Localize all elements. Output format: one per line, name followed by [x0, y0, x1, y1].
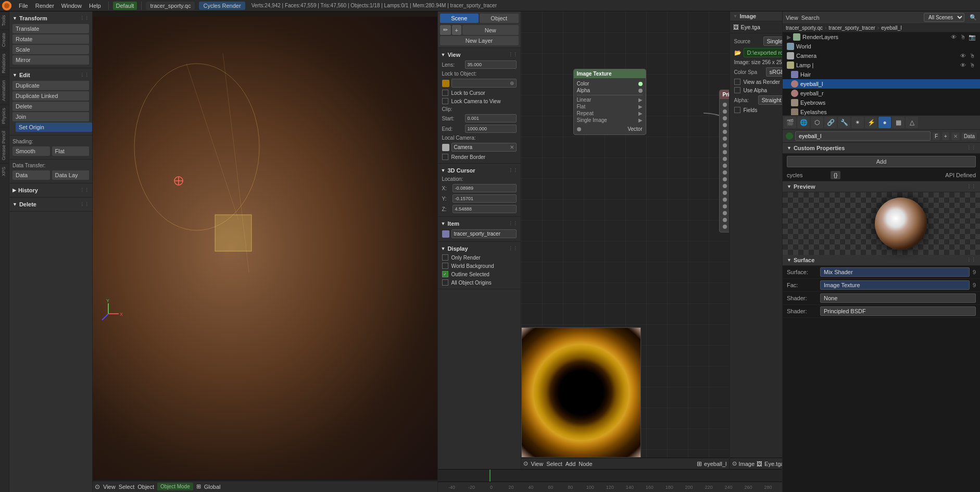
surface-header[interactable]: ▼ Surface ⋮⋮ — [783, 255, 980, 266]
tab-relations[interactable]: Relations — [0, 50, 9, 77]
outliner-item-eyebrows[interactable]: Eyebrows — [783, 98, 980, 107]
data-btn[interactable]: Data — [12, 170, 50, 180]
node-view-menu[interactable]: View — [531, 461, 544, 467]
view-label[interactable]: View — [786, 15, 798, 21]
lock-cursor-row[interactable]: Lock to Cursor — [438, 89, 521, 97]
duplicate-btn[interactable]: Duplicate — [12, 81, 89, 90]
lock-camera-checkbox[interactable] — [442, 98, 448, 104]
shader1-dropdown[interactable]: None — [820, 293, 976, 303]
path-field[interactable]: D:\exported roms\tr... — [744, 48, 783, 57]
only-render-checkbox[interactable] — [442, 254, 448, 261]
y-field[interactable]: -0.15701 — [453, 194, 517, 203]
tab-physics[interactable]: Physics — [0, 104, 9, 127]
eye-btn[interactable]: 👁 — [950, 34, 957, 41]
outliner-item-world[interactable]: World — [783, 42, 980, 51]
view-menu[interactable]: View — [103, 484, 116, 490]
outline-selected-row[interactable]: ✓ Outline Selected — [438, 270, 521, 278]
custom-props-header[interactable]: ▼ Custom Properties ⋮⋮ — [783, 143, 980, 154]
filename-qc[interactable]: tracer_sporty.qc — [146, 2, 195, 10]
all-origins-row[interactable]: All Object Origins — [438, 278, 521, 287]
duplicate-linked-btn[interactable]: Duplicate Linked — [12, 91, 89, 101]
surface-dropdown[interactable]: Mix Shader — [820, 267, 970, 277]
select-menu[interactable]: Select — [119, 484, 135, 490]
render-border-checkbox[interactable] — [442, 154, 448, 160]
fac-dropdown[interactable]: Image Texture — [820, 280, 970, 290]
lock-cursor-checkbox[interactable] — [442, 90, 448, 96]
node-add-menu[interactable]: Add — [566, 461, 576, 467]
node-select-menu[interactable]: Select — [546, 461, 562, 467]
camera-field[interactable]: Camera ✕ — [451, 143, 517, 152]
render-border-row[interactable]: Render Border — [438, 153, 521, 161]
menu-window[interactable]: Window — [58, 2, 85, 10]
render-btn[interactable]: 📷 — [969, 34, 976, 41]
alpha-dropdown[interactable]: Straight — [758, 95, 783, 105]
image-menu-label[interactable]: Image — [739, 461, 755, 467]
add-icon-btn[interactable]: + — [452, 25, 461, 35]
fields-row[interactable]: Fields — [734, 106, 783, 114]
principled-bsdf-node[interactable]: Principled BSDF BSDF Base Color Subsurb:… — [719, 90, 729, 232]
scene-select[interactable]: All Scenes — [924, 13, 964, 22]
new-btn[interactable]: New — [462, 25, 519, 35]
material-f-btn[interactable]: F — [933, 132, 940, 140]
viewport-canvas[interactable]: X Y — [93, 11, 437, 479]
material-data-btn[interactable]: Data — [962, 132, 977, 140]
new-layer-btn[interactable]: New Layer — [440, 36, 519, 45]
tab-scene[interactable]: 🎬 — [784, 117, 796, 128]
tab-animation[interactable]: Animation — [0, 77, 9, 104]
menu-help[interactable]: Help — [86, 2, 104, 10]
delete-section-header[interactable]: ▼ Delete ⋮⋮ — [9, 200, 92, 209]
timeline-bar[interactable] — [438, 470, 783, 482]
menu-file[interactable]: File — [16, 2, 31, 10]
outliner-item-renderlayers[interactable]: ▶ RenderLayers 👁 🖱 📷 — [783, 32, 980, 42]
view-as-render-row[interactable]: View as Render — [734, 78, 783, 86]
node-node-menu[interactable]: Node — [579, 461, 592, 467]
material-name-field[interactable]: eyeball_l — [795, 131, 931, 141]
eye-btn[interactable]: 👁 — [959, 53, 966, 59]
data-lay-btn[interactable]: Data Lay — [52, 170, 90, 180]
translate-btn[interactable]: Translate — [12, 24, 89, 33]
object-btn[interactable]: Object — [480, 14, 519, 23]
add-custom-prop-btn[interactable]: Add — [787, 156, 976, 167]
end-field[interactable]: 1000.000 — [465, 125, 517, 133]
tab-create[interactable]: Create — [0, 29, 9, 50]
use-alpha-checkbox[interactable] — [734, 87, 740, 93]
outliner-item-camera[interactable]: Camera 👁 🖱 — [783, 51, 980, 60]
image-texture-node[interactable]: Image Texture Color Alpha Linear▶ Flat▶ … — [573, 69, 646, 135]
world-bg-row[interactable]: World Background — [438, 262, 521, 270]
search-label[interactable]: Search — [801, 15, 820, 21]
item-field[interactable]: tracer_sporty_tracer — [451, 229, 517, 238]
menu-render[interactable]: Render — [32, 2, 57, 10]
shader2-dropdown[interactable]: Principled BSDF — [820, 306, 976, 316]
display-header[interactable]: ▼ Display ⋮⋮ — [438, 244, 521, 253]
cursor-btn[interactable]: 🖱 — [969, 62, 976, 68]
breadcrumb-material[interactable]: eyeball_l — [881, 25, 901, 31]
edit-header[interactable]: ▼ Edit ⋮⋮ — [9, 70, 92, 80]
cursor-btn[interactable]: 🖱 — [959, 34, 966, 41]
render-engine[interactable]: Cycles Render — [199, 2, 245, 10]
fields-checkbox[interactable] — [734, 107, 740, 113]
scene-btn[interactable]: Scene — [440, 14, 479, 23]
flat-btn[interactable]: Flat — [52, 146, 90, 156]
search-icon[interactable]: 🔍 — [970, 14, 977, 21]
tab-particles[interactable]: ✴ — [851, 117, 864, 128]
tab-physics[interactable]: ⚡ — [865, 117, 877, 128]
lens-field[interactable]: 35.000 — [465, 60, 517, 69]
colorspace-dropdown[interactable]: sRGB — [766, 67, 783, 77]
workspace-label[interactable]: Default — [113, 2, 137, 10]
scale-btn[interactable]: Scale — [12, 45, 89, 54]
join-btn[interactable]: Join — [12, 112, 89, 121]
tab-world[interactable]: 🌐 — [797, 117, 810, 128]
outliner-item-lamp[interactable]: Lamp | 👁 🖱 — [783, 60, 980, 70]
outline-selected-checkbox[interactable]: ✓ — [442, 271, 448, 277]
material-add-btn[interactable]: + — [942, 132, 949, 140]
eye-btn[interactable]: 👁 — [959, 62, 966, 68]
tab-material[interactable]: ● — [878, 117, 891, 128]
transform-header[interactable]: ▼ Transform ⋮⋮ — [9, 14, 92, 23]
outliner-item-eyelashes[interactable]: Eyelashes — [783, 107, 980, 115]
cycles-value[interactable]: {} — [831, 171, 840, 179]
outliner-item-eyeball-l[interactable]: eyeball_l — [783, 79, 980, 89]
only-render-row[interactable]: Only Render — [438, 253, 521, 262]
smooth-btn[interactable]: Smooth — [12, 146, 50, 156]
world-bg-checkbox[interactable] — [442, 263, 448, 269]
cursor-header[interactable]: ▼ 3D Cursor ⋮⋮ — [438, 166, 521, 175]
